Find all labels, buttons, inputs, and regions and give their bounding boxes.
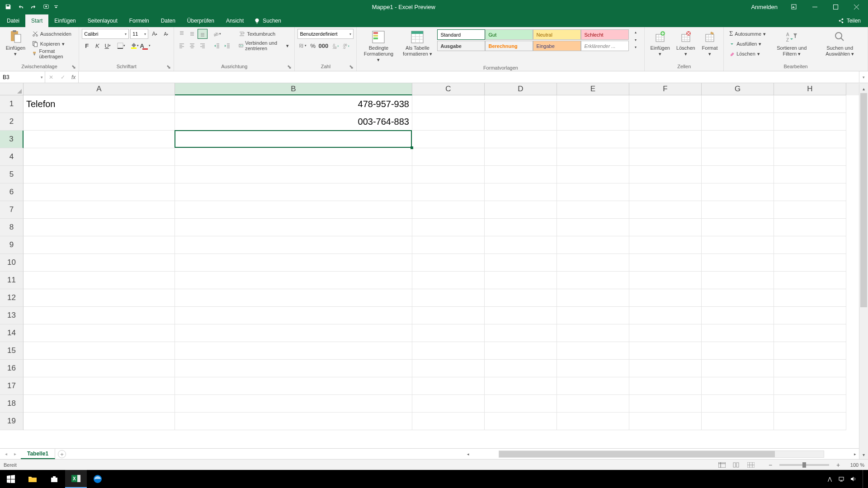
- redo-button[interactable]: [28, 1, 39, 12]
- cell-D4[interactable]: [485, 148, 557, 166]
- cell-F1[interactable]: [629, 95, 702, 113]
- cell-D1[interactable]: [485, 95, 557, 113]
- row-header-4[interactable]: 4: [0, 148, 24, 166]
- format-painter-button[interactable]: Format übertragen: [29, 49, 76, 59]
- align-right-button[interactable]: [198, 41, 208, 51]
- touch-button[interactable]: [41, 1, 52, 12]
- cell-H11[interactable]: [774, 272, 846, 289]
- cell-C16[interactable]: [412, 360, 485, 377]
- cell-B13[interactable]: [175, 307, 412, 324]
- row-header-11[interactable]: 11: [0, 272, 24, 289]
- cell-B9[interactable]: [175, 236, 412, 254]
- formula-input[interactable]: [79, 71, 859, 83]
- sheet-nav-next[interactable]: ▸: [11, 450, 19, 458]
- cell-G8[interactable]: [702, 219, 774, 236]
- tab-formulas[interactable]: Formeln: [123, 14, 155, 27]
- save-button[interactable]: [3, 1, 14, 12]
- wrap-text-button[interactable]: Textumbruch: [236, 29, 292, 39]
- horizontal-scrollbar[interactable]: ◂ ▸: [464, 449, 868, 459]
- style-standard[interactable]: Standard: [437, 29, 485, 40]
- cell-C17[interactable]: [412, 377, 485, 395]
- page-break-view-button[interactable]: [745, 460, 757, 469]
- cell-D2[interactable]: [485, 113, 557, 131]
- cell-H18[interactable]: [774, 395, 846, 413]
- cell-E19[interactable]: [557, 413, 629, 430]
- cell-H6[interactable]: [774, 183, 846, 201]
- zoom-in-button[interactable]: +: [835, 461, 842, 469]
- cell-C14[interactable]: [412, 324, 485, 342]
- cell-A3[interactable]: [24, 131, 175, 148]
- cell-B17[interactable]: [175, 377, 412, 395]
- column-header-H[interactable]: H: [774, 83, 846, 95]
- select-all-button[interactable]: [0, 83, 24, 95]
- cell-F3[interactable]: [629, 131, 702, 148]
- task-store[interactable]: [43, 470, 65, 488]
- cell-A11[interactable]: [24, 272, 175, 289]
- cell-G2[interactable]: [702, 113, 774, 131]
- row-header-14[interactable]: 14: [0, 324, 24, 342]
- hscroll-thumb[interactable]: [499, 451, 775, 457]
- cell-D17[interactable]: [485, 377, 557, 395]
- cell-H1[interactable]: [774, 95, 846, 113]
- fill-button[interactable]: Ausfüllen ▾: [726, 39, 769, 49]
- format-cells-button[interactable]: Format ▾: [699, 29, 721, 58]
- cell-C11[interactable]: [412, 272, 485, 289]
- row-header-19[interactable]: 19: [0, 413, 24, 430]
- cell-A14[interactable]: [24, 324, 175, 342]
- cell-E12[interactable]: [557, 289, 629, 307]
- cell-G4[interactable]: [702, 148, 774, 166]
- add-sheet-button[interactable]: +: [58, 450, 66, 458]
- close-button[interactable]: [846, 0, 866, 14]
- cell-F7[interactable]: [629, 201, 702, 219]
- cell-B18[interactable]: [175, 395, 412, 413]
- cell-E4[interactable]: [557, 148, 629, 166]
- cell-A10[interactable]: [24, 254, 175, 272]
- cell-D9[interactable]: [485, 236, 557, 254]
- cell-G5[interactable]: [702, 166, 774, 183]
- cell-G1[interactable]: [702, 95, 774, 113]
- merge-button[interactable]: Verbinden und zentrieren ▾: [236, 41, 292, 51]
- row-header-1[interactable]: 1: [0, 95, 24, 113]
- style-schlecht[interactable]: Schlecht: [581, 29, 629, 40]
- cell-G17[interactable]: [702, 377, 774, 395]
- cell-C7[interactable]: [412, 201, 485, 219]
- share-button[interactable]: Teilen: [831, 14, 867, 27]
- cell-H14[interactable]: [774, 324, 846, 342]
- name-box[interactable]: ▾: [0, 71, 45, 83]
- fx-icon[interactable]: fx: [69, 74, 78, 80]
- cell-F2[interactable]: [629, 113, 702, 131]
- cell-F9[interactable]: [629, 236, 702, 254]
- decrease-font-button[interactable]: A▾: [161, 29, 171, 39]
- underline-button[interactable]: U ▾: [103, 41, 113, 51]
- tray-network-icon[interactable]: [836, 470, 846, 488]
- number-launcher[interactable]: ⬊: [348, 64, 354, 70]
- cell-B1[interactable]: 478-957-938: [175, 95, 412, 113]
- cell-E18[interactable]: [557, 395, 629, 413]
- row-header-3[interactable]: 3: [0, 131, 24, 148]
- cell-E6[interactable]: [557, 183, 629, 201]
- cell-E3[interactable]: [557, 131, 629, 148]
- cell-A4[interactable]: [24, 148, 175, 166]
- cell-B5[interactable]: [175, 166, 412, 183]
- sort-filter-button[interactable]: AZ Sortieren und Filtern ▾: [769, 29, 814, 58]
- cell-A1[interactable]: Telefon: [24, 95, 175, 113]
- cell-C4[interactable]: [412, 148, 485, 166]
- comma-button[interactable]: 000: [318, 41, 328, 51]
- qat-customize-button[interactable]: [53, 1, 59, 12]
- number-format-combo[interactable]: Benutzerdefiniert▾: [297, 29, 354, 39]
- align-top-button[interactable]: [177, 29, 187, 39]
- cell-H19[interactable]: [774, 413, 846, 430]
- row-header-9[interactable]: 9: [0, 236, 24, 254]
- cell-B8[interactable]: [175, 219, 412, 236]
- cell-D10[interactable]: [485, 254, 557, 272]
- row-header-17[interactable]: 17: [0, 377, 24, 395]
- cell-E1[interactable]: [557, 95, 629, 113]
- cell-C1[interactable]: [412, 95, 485, 113]
- cell-A17[interactable]: [24, 377, 175, 395]
- column-header-C[interactable]: C: [412, 83, 485, 95]
- tab-review[interactable]: Überprüfen: [181, 14, 220, 27]
- row-header-8[interactable]: 8: [0, 219, 24, 236]
- name-box-input[interactable]: [0, 74, 39, 80]
- vscroll-thumb[interactable]: [860, 93, 867, 307]
- cell-B7[interactable]: [175, 201, 412, 219]
